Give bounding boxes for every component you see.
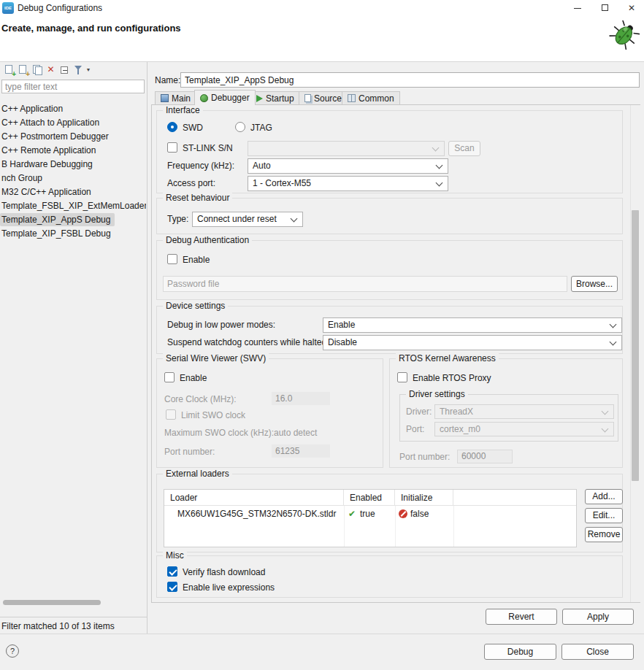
browse-button[interactable]: Browse... — [571, 276, 618, 292]
app-icon: IDE — [2, 2, 14, 14]
filter-icon[interactable] — [72, 63, 85, 76]
interface-legend: Interface — [163, 105, 203, 115]
watchdog-label: Suspend watchdog counters while halted: — [167, 337, 329, 347]
new-prototype-icon[interactable]: + — [17, 63, 29, 76]
misc-group: Misc Verify flash download Enable live e… — [156, 555, 623, 598]
close-button[interactable]: Close — [561, 644, 634, 660]
debug-authentication-legend: Debug Authentication — [163, 235, 252, 245]
tab-debugger[interactable]: Debugger — [194, 90, 256, 105]
tab-common-label: Common — [359, 93, 394, 104]
tree-item[interactable]: M32 C/C++ Application — [0, 185, 96, 199]
name-input[interactable] — [180, 72, 640, 88]
auth-enable-checkbox[interactable] — [167, 254, 177, 264]
tree-item[interactable]: B Hardware Debugging — [0, 158, 97, 171]
rtos-port-combo[interactable]: cortex_m0 — [434, 422, 614, 436]
stlink-sn-checkbox[interactable] — [167, 142, 177, 153]
device-settings-legend: Device settings — [163, 301, 228, 311]
swv-legend: Serial Wire Viewer (SWV) — [163, 353, 269, 363]
bottom-separator — [0, 634, 644, 634]
dialog-header-title: Create, manage, and run configurations — [1, 23, 181, 34]
reset-type-combo[interactable]: Connect under reset — [192, 212, 303, 227]
tree-item-selected[interactable]: Template_XIP_AppS Debug — [0, 213, 115, 226]
driver-settings-legend: Driver settings — [406, 389, 468, 399]
verify-flash-checkbox[interactable] — [167, 566, 177, 577]
frequency-combo[interactable]: Auto — [248, 158, 448, 174]
tree-item[interactable]: Template_FSBL_XIP_ExtMemLoader De — [0, 199, 146, 212]
swv-group: Serial Wire Viewer (SWV) Enable Core Clo… — [156, 358, 383, 468]
frequency-label: Frequency (kHz): — [167, 161, 234, 171]
debugger-tab-icon — [200, 94, 208, 102]
low-power-combo[interactable]: Enable — [323, 317, 622, 333]
column-header-empty — [453, 490, 576, 506]
rtos-proxy-checkbox[interactable] — [397, 372, 407, 382]
tab-startup[interactable]: Startup — [250, 91, 300, 104]
tree-item[interactable]: Template_XIP_FSBL Debug — [0, 227, 115, 240]
tab-debugger-label: Debugger — [211, 93, 250, 103]
external-loaders-legend: External loaders — [163, 469, 232, 479]
tab-source[interactable]: Source — [299, 91, 348, 104]
duplicate-configuration-icon[interactable] — [31, 63, 43, 76]
left-panel-divider — [0, 617, 147, 617]
tree-item[interactable]: nch Group — [0, 172, 47, 185]
remove-loader-button[interactable]: Remove — [585, 527, 623, 542]
jtag-radio[interactable] — [235, 122, 245, 132]
tree-item[interactable]: C++ Attach to Application — [0, 116, 104, 129]
scan-button[interactable]: Scan — [448, 141, 480, 156]
rtos-port-number-field: 60000 — [457, 450, 513, 463]
debugger-tab-content: Interface SWD JTAG ST-LINK S/N Scan Freq… — [151, 104, 640, 603]
swd-label: SWD — [183, 123, 203, 133]
stlink-sn-combo[interactable] — [248, 141, 445, 156]
content-scrollbar-thumb[interactable] — [632, 210, 639, 481]
titlebar: IDE Debug Configurations ✕ — [0, 0, 644, 16]
apply-button[interactable]: Apply — [562, 609, 634, 625]
column-header-enabled[interactable]: Enabled — [344, 490, 395, 506]
startup-tab-icon — [256, 95, 263, 102]
tab-common[interactable]: Common — [342, 91, 400, 104]
delete-configuration-icon[interactable]: ✕ — [45, 63, 57, 76]
rtos-group: RTOS Kernel Awareness Enable RTOS Proxy … — [389, 358, 623, 468]
rtos-port-number-label: Port number: — [399, 452, 450, 462]
password-file-field[interactable] — [163, 276, 567, 292]
configurations-tree: C++ Application C++ Attach to Applicatio… — [0, 97, 146, 608]
help-button[interactable]: ? — [6, 644, 19, 658]
filter-input[interactable] — [1, 80, 145, 93]
tree-item[interactable]: C++ Remote Application — [0, 144, 100, 157]
edit-loader-button[interactable]: Edit... — [585, 508, 623, 523]
tree-item[interactable]: C++ Application — [0, 102, 67, 115]
tab-main-label: Main — [172, 93, 191, 104]
initialize-false-icon — [399, 509, 407, 518]
tree-horizontal-scrollbar[interactable] — [3, 600, 101, 605]
reset-type-label: Type: — [167, 214, 188, 224]
limit-swo-checkbox[interactable] — [166, 409, 176, 420]
add-loader-button[interactable]: Add... — [585, 489, 623, 504]
jtag-label: JTAG — [250, 123, 272, 133]
swd-radio[interactable] — [167, 122, 177, 132]
collapse-all-icon[interactable] — [58, 63, 71, 76]
reset-behaviour-group: Reset behaviour Type: Connect under rese… — [156, 198, 623, 234]
window-title: Debug Configurations — [18, 3, 102, 13]
enabled-check-icon: ✔ — [348, 506, 356, 522]
swv-enable-checkbox[interactable] — [164, 372, 175, 382]
minimize-button[interactable] — [564, 0, 591, 16]
new-configuration-icon[interactable]: + — [3, 63, 15, 76]
debug-authentication-group: Debug Authentication Enable Browse... — [156, 240, 623, 300]
maximize-button[interactable] — [591, 0, 619, 16]
tab-main[interactable]: Main — [155, 91, 196, 104]
access-port-combo[interactable]: 1 - Cortex-M55 — [248, 176, 448, 191]
toolbar-menu-caret-icon[interactable]: ▼ — [84, 63, 93, 76]
column-header-initialize[interactable]: Initialize — [395, 490, 453, 506]
debug-button[interactable]: Debug — [484, 644, 556, 660]
initialize-value-cell: false — [410, 506, 429, 522]
driver-combo[interactable]: ThreadX — [434, 404, 614, 419]
max-swo-value: auto detect — [274, 428, 317, 438]
revert-button[interactable]: Revert — [486, 609, 557, 625]
live-expressions-checkbox[interactable] — [167, 582, 177, 592]
swv-enable-label: Enable — [180, 373, 207, 383]
close-window-button[interactable]: ✕ — [619, 0, 644, 16]
driver-settings-group: Driver settings Driver: ThreadX Port: co… — [399, 394, 618, 442]
enabled-value-cell: true — [360, 506, 375, 522]
watchdog-combo[interactable]: Disable — [323, 335, 622, 350]
column-header-loader[interactable]: Loader — [164, 490, 344, 506]
tree-item[interactable]: C++ Postmortem Debugger — [0, 130, 113, 143]
common-tab-icon — [348, 94, 356, 102]
